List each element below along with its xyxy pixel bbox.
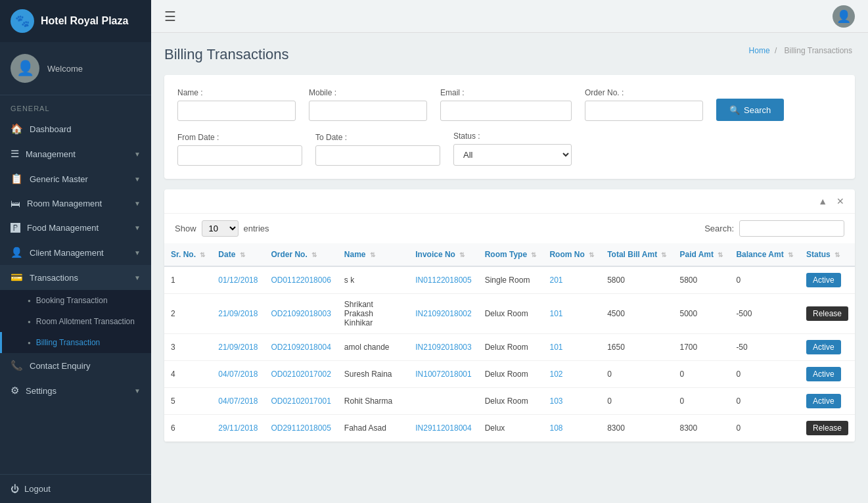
cell-order-no: OD02102017001 [264, 388, 337, 415]
general-section-label: GENERAL [0, 95, 151, 116]
breadcrumb-home[interactable]: Home [749, 46, 770, 55]
table-search: Search: [704, 220, 844, 237]
name-input[interactable] [177, 101, 296, 121]
cell-name: Fahad Asad [338, 415, 409, 442]
to-date-input[interactable] [315, 145, 440, 166]
entries-label: entries [244, 224, 269, 233]
sidebar-item-dashboard[interactable]: 🏠 Dashboard [0, 116, 151, 141]
sidebar-item-booking-transaction[interactable]: ● Booking Transaction [0, 290, 151, 311]
billing-table: Sr. No. ⇅ Date ⇅ Order No. ⇅ Name ⇅ Invo… [164, 243, 855, 442]
cell-room-type: Delux Room [478, 361, 543, 388]
cell-paid-amt: 0 [673, 361, 729, 388]
cell-date: 04/07/2018 [212, 361, 264, 388]
col-invoice: Invoice No ⇅ [409, 243, 478, 266]
cell-name: Suresh Raina [338, 361, 409, 388]
search-label-tbl: Search: [704, 224, 734, 233]
order-no-input[interactable] [585, 101, 703, 121]
col-balance-amt: Balance Amt ⇅ [729, 243, 800, 266]
cell-date: 04/07/2018 [212, 388, 264, 415]
cell-invoice: IN10072018001 [409, 361, 478, 388]
status-badge[interactable]: Release [806, 421, 848, 435]
sidebar-item-billing-transaction[interactable]: ● Billing Transaction [0, 332, 151, 353]
sidebar-item-transactions[interactable]: 💳 Transactions ▼ [0, 265, 151, 290]
cell-invoice [409, 388, 478, 415]
sidebar-item-client-management[interactable]: 👤 Client Management ▼ [0, 240, 151, 265]
cell-balance: -50 [729, 334, 800, 361]
mobile-label: Mobile : [309, 88, 427, 97]
cell-total-bill: 4500 [601, 294, 673, 334]
page-content: Billing Transactions Home / Billing Tran… [151, 33, 868, 503]
hamburger-button[interactable]: ☰ [164, 9, 176, 24]
status-badge[interactable]: Active [806, 340, 841, 354]
logout-label: Logout [24, 484, 51, 494]
from-date-input[interactable] [177, 145, 302, 166]
cell-status: Active [800, 334, 855, 361]
col-room-type: Room Type ⇅ [478, 243, 543, 266]
search-button[interactable]: 🔍 Search [716, 99, 784, 121]
sidebar-item-room-management[interactable]: 🛏 Room Management ▼ [0, 191, 151, 216]
sidebar-label-management: Management [26, 149, 76, 159]
name-filter-field: Name : [177, 88, 296, 121]
entries-select[interactable]: 10 25 50 100 [202, 220, 239, 237]
cell-room-no: 201 [543, 266, 601, 294]
email-input[interactable] [440, 101, 572, 121]
cell-room-no: 103 [543, 388, 601, 415]
sidebar-item-generic-master[interactable]: 📋 Generic Master ▼ [0, 166, 151, 191]
chevron-down-icon-4: ▼ [134, 224, 141, 231]
status-badge[interactable]: Active [806, 367, 841, 381]
order-no-label: Order No. : [585, 88, 703, 97]
cell-room-no: 101 [543, 334, 601, 361]
cell-name: s k [338, 266, 409, 294]
cell-balance: -500 [729, 294, 800, 334]
cell-status: Active [800, 266, 855, 294]
sidebar-label-transactions: Transactions [30, 273, 78, 283]
cell-order-no: OD29112018005 [264, 415, 337, 442]
app-name: Hotel Royal Plaza [41, 15, 128, 27]
cell-sr: 6 [164, 415, 212, 442]
collapse-button[interactable]: ▲ [815, 195, 830, 208]
sidebar-item-room-allotment-transaction[interactable]: ● Room Allotment Transaction [0, 311, 151, 332]
table-row: 4 04/07/2018 OD02102017002 Suresh Raina … [164, 361, 855, 388]
status-badge[interactable]: Active [806, 273, 841, 287]
breadcrumb: Home / Billing Transactions [749, 46, 855, 55]
cell-sr: 3 [164, 334, 212, 361]
col-sr: Sr. No. ⇅ [164, 243, 212, 266]
cell-paid-amt: 5000 [673, 294, 729, 334]
mobile-input[interactable] [309, 101, 427, 121]
status-badge[interactable]: Release [806, 306, 848, 321]
cell-room-type: Delux Room [478, 294, 543, 334]
cell-balance: 0 [729, 266, 800, 294]
table-search-input[interactable] [739, 220, 844, 237]
sidebar-item-settings[interactable]: ⚙ Settings ▼ [0, 378, 151, 403]
sidebar-item-contact-enquiry[interactable]: 📞 Contact Enquiry [0, 353, 151, 378]
cell-order-no: OD21092018004 [264, 334, 337, 361]
search-icon: 🔍 [729, 105, 740, 115]
sidebar-item-food-management[interactable]: 🅿 Food Management ▼ [0, 216, 151, 240]
cell-balance: 0 [729, 361, 800, 388]
sidebar-item-management[interactable]: ☰ Management ▼ [0, 141, 151, 166]
status-select[interactable]: All Active Release [453, 144, 572, 166]
status-badge[interactable]: Active [806, 394, 841, 408]
table-row: 1 01/12/2018 OD01122018006 s k IN0112201… [164, 266, 855, 294]
cell-sr: 4 [164, 361, 212, 388]
transactions-submenu: ● Booking Transaction ● Room Allotment T… [0, 290, 151, 353]
close-button[interactable]: ✕ [834, 195, 847, 208]
management-icon: ☰ [11, 148, 19, 160]
page-header: Billing Transactions Home / Billing Tran… [164, 46, 855, 63]
table-row: 5 04/07/2018 OD02102017001 Rohit Sharma … [164, 388, 855, 415]
billing-transaction-label: Billing Transaction [36, 338, 100, 347]
table-toolbar: Show 10 25 50 100 entries Search: [164, 214, 855, 243]
filter-grid: Name : Mobile : Email : Order No. : 🔍 [177, 88, 842, 121]
logout-button[interactable]: ⏻ Logout [0, 474, 151, 503]
sidebar-label-dashboard: Dashboard [30, 124, 72, 134]
sidebar-user: 👤 Welcome [0, 42, 151, 95]
cell-status: Active [800, 361, 855, 388]
topbar-avatar[interactable]: 👤 [833, 5, 855, 28]
page-title: Billing Transactions [164, 46, 289, 63]
cell-invoice: IN21092018002 [409, 294, 478, 334]
cell-status: Release [800, 415, 855, 442]
sidebar-label-settings: Settings [26, 386, 57, 396]
from-date-label: From Date : [177, 133, 302, 142]
name-label: Name : [177, 88, 296, 97]
col-room-no: Room No ⇅ [543, 243, 601, 266]
